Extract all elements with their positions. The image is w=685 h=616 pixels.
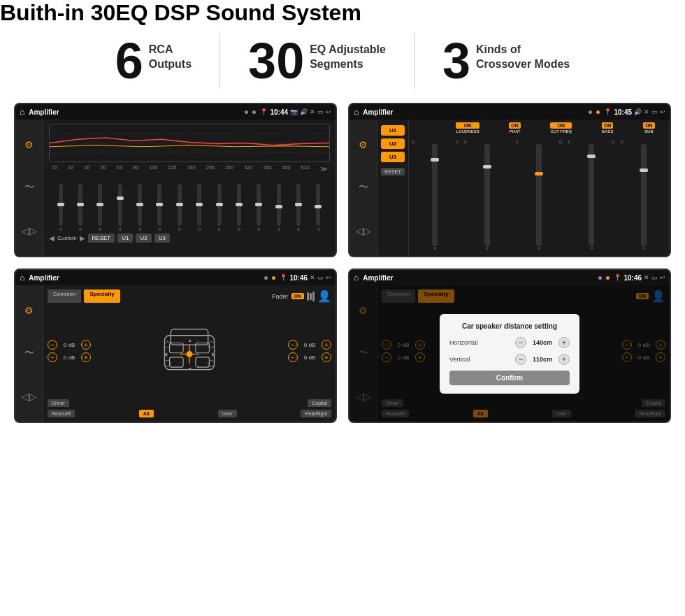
stat-eq: 30 EQ AdjustableSegments [220, 36, 414, 86]
fader-driver-btn[interactable]: Driver [48, 399, 69, 407]
fader-right-top-minus-btn[interactable]: − [288, 340, 298, 350]
fader-tab-specialty[interactable]: Specialty [84, 289, 120, 303]
crossover-u2-btn[interactable]: U2 [381, 138, 405, 149]
crossover-reset-btn[interactable]: RESET [381, 168, 405, 176]
svg-rect-8 [196, 357, 210, 367]
vertical-plus-btn[interactable]: + [558, 354, 570, 365]
crossover-status-icons: 📍 10:45 🔊 ✕ ▭ ↩ [604, 108, 665, 116]
fader-rearright-btn[interactable]: RearRight [301, 410, 331, 417]
fader-all-btn[interactable]: All [139, 410, 154, 417]
crossover-time: 10:45 [614, 108, 632, 116]
bass-label: BASS [602, 129, 614, 134]
vertical-minus-btn[interactable]: − [515, 354, 526, 365]
eq-slider-14: -1 [310, 184, 327, 231]
bass-on-btn[interactable]: ON [602, 122, 614, 129]
cutfreq-label: CUT FREQ [550, 129, 572, 134]
eq-status-bar: ⌂ Amplifier 📍 10:44 📷 🔊 ✕ ▭ ↩ [15, 104, 336, 120]
eq-u3-btn[interactable]: U3 [154, 234, 170, 243]
eq-slider-12: -1 [270, 184, 287, 231]
eq-expand-icon[interactable]: ≫ [320, 165, 327, 173]
page-title: Buith-in 30EQ DSP Sound System [0, 0, 685, 26]
fader-sidebar-wave-icon[interactable]: 〜 [22, 345, 36, 361]
status-dot-2 [252, 110, 256, 114]
crossover-u3-btn[interactable]: U3 [381, 152, 405, 162]
dialog-status-icons: 📍 10:46 ✕ ▭ ↩ [614, 274, 665, 282]
sub-slider-col: G 0 [620, 140, 667, 250]
crossover-sidebar-wave-icon[interactable]: 〜 [356, 179, 370, 196]
fader-user-btn[interactable]: User [218, 410, 237, 417]
loudness-on-btn[interactable]: ON [456, 122, 479, 129]
eq-prev-icon[interactable]: ◀ [49, 234, 55, 242]
person-icon: 👤 [317, 289, 331, 303]
crossover-sidebar-speaker-icon[interactable]: ◁▷ [354, 223, 373, 238]
fader-dot-2 [272, 276, 275, 280]
crossover-sidebar-eq-icon[interactable]: ⚙ [356, 137, 370, 152]
fader-right-top-plus-btn[interactable]: + [322, 340, 331, 350]
eq-status-time: 10:44 [270, 108, 288, 116]
fader-right-bottom-plus-btn[interactable]: + [322, 352, 331, 362]
eq-slider-9: 0 [210, 184, 228, 231]
phat-label: PHAT [509, 129, 521, 134]
stat-rca-text: RCAOutputs [149, 36, 192, 72]
horizontal-minus-btn[interactable]: − [515, 337, 526, 348]
eq-slider-6: 0 [151, 184, 168, 231]
fader-tab-common[interactable]: Common [48, 289, 81, 303]
svg-text:◀: ◀ [164, 352, 168, 357]
crossover-location-icon: 📍 [604, 108, 612, 115]
fader-screen: ⌂ Amplifier 📍 10:46 ✕ ▭ ↩ ⚙ 〜 ◁▷ Common [14, 268, 337, 423]
eq-graph-svg [50, 124, 329, 162]
fader-sidebar-speaker-icon[interactable]: ◁▷ [20, 389, 39, 404]
home-icon[interactable]: ⌂ [20, 107, 24, 117]
fader-copilot-btn[interactable]: Copilot [308, 399, 331, 407]
crossover-status-bar: ⌂ Amplifier 📍 10:45 🔊 ✕ ▭ ↩ [349, 104, 670, 120]
eq-sidebar-eq-icon[interactable]: ⚙ [22, 137, 36, 152]
phat-slider-col: G 0 [464, 140, 511, 250]
fader-rearleft-btn[interactable]: RearLeft [48, 410, 75, 417]
fader-location-icon: 📍 [280, 274, 287, 281]
crossover-close-icon: ✕ [644, 108, 649, 115]
dialog-overlay: Car speaker distance setting Horizontal … [349, 285, 670, 422]
fader-home-icon[interactable]: ⌂ [20, 273, 24, 282]
sub-on-btn[interactable]: ON [643, 122, 655, 129]
dialog-close-icon: ✕ [644, 274, 649, 281]
fader-right-bottom-minus-btn[interactable]: − [288, 352, 298, 362]
fader-left-top-plus-btn[interactable]: + [81, 340, 91, 350]
horizontal-label: Horizontal [449, 339, 478, 346]
fader-back-icon: ↩ [326, 274, 331, 281]
eq-slider-10: 0 [230, 184, 247, 231]
eq-reset-btn[interactable]: RESET [88, 234, 115, 243]
dialog-minimize-icon: ▭ [651, 274, 658, 281]
stat-crossover-number: 3 [442, 36, 470, 86]
cutfreq-on-btn[interactable]: ON [550, 122, 572, 129]
eq-u2-btn[interactable]: U2 [136, 234, 151, 243]
eq-screen: ⌂ Amplifier 📍 10:44 📷 🔊 ✕ ▭ ↩ ⚙ 〜 ◁▷ [14, 103, 337, 257]
status-icons: 📍 10:44 📷 🔊 ✕ ▭ ↩ [260, 108, 331, 116]
eq-next-icon[interactable]: ▶ [80, 234, 85, 242]
eq-main: 25 32 40 50 63 80 100 125 160 200 250 32… [43, 120, 336, 256]
crossover-u1-btn[interactable]: U1 [381, 125, 405, 136]
phat-on-btn[interactable]: ON [509, 122, 521, 129]
fader-left-bottom-plus-btn[interactable]: + [81, 352, 91, 362]
confirm-button[interactable]: Confirm [449, 371, 570, 385]
fader-label: Fader [272, 293, 289, 300]
eq-sidebar-wave-icon[interactable]: 〜 [22, 179, 36, 196]
eq-sidebar-speaker-icon[interactable]: ◁▷ [20, 223, 39, 238]
crossover-home-icon[interactable]: ⌂ [354, 107, 359, 117]
fader-left-bottom-minus-btn[interactable]: − [48, 352, 57, 362]
eq-slider-7: 0 [171, 184, 188, 231]
stat-rca: 6 RCAOutputs [87, 36, 219, 86]
minimize-icon: ▭ [317, 108, 324, 115]
crossover-dot-1 [589, 110, 592, 114]
fader-on-badge[interactable]: ON [291, 293, 305, 299]
eq-graph [49, 124, 330, 162]
dialog-home-icon[interactable]: ⌂ [354, 273, 359, 282]
fader-sidebar-eq-icon[interactable]: ⚙ [22, 303, 36, 318]
crossover-channel-headers: ON LOUDNESS ON PHAT ON CUT FREQ [412, 122, 667, 134]
eq-u1-btn[interactable]: U1 [117, 234, 133, 243]
fader-right-bottom-db-val: 0 dB [300, 354, 319, 361]
loudness-slider-col: GF 0 [412, 140, 459, 250]
fader-status-icons: 📍 10:46 ✕ ▭ ↩ [280, 274, 331, 282]
horizontal-plus-btn[interactable]: + [558, 337, 570, 348]
fader-left-top-minus-btn[interactable]: − [48, 340, 57, 350]
fader-tabs: Common Specialty Fader ON 👤 [48, 289, 331, 303]
